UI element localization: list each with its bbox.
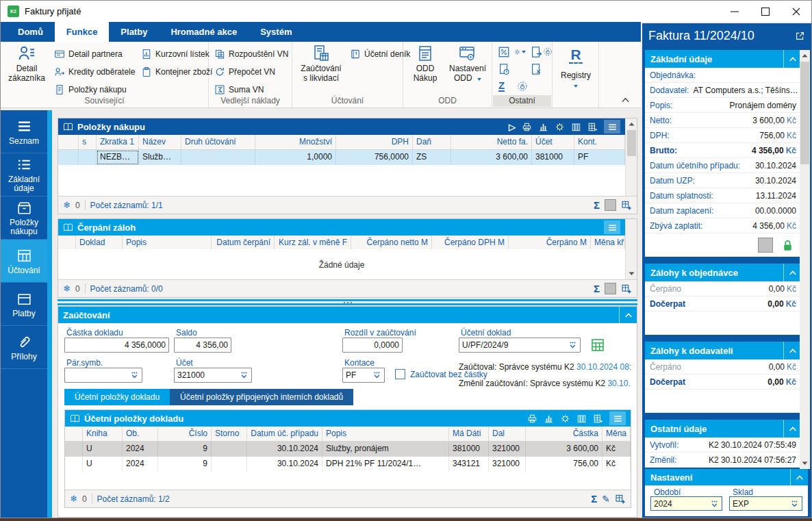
detail-row: Dočerpat0,00Kč [645,374,801,390]
grid-add-icon[interactable] [615,494,626,505]
posted-by-text: Zaúčtoval: Správce systému K2 30.10.2024… [459,362,631,372]
kontace-select[interactable]: PF [342,368,385,383]
detail-scrollbar[interactable] [800,50,810,469]
maximize-button[interactable] [750,1,781,22]
edit-pencil-button[interactable]: ✎ [602,494,610,505]
open-external-icon[interactable] [795,31,805,41]
sidebar-item-uctovani[interactable]: Účtování [1,240,47,283]
sidebar-item-polozky-nakupu[interactable]: Položky nákupu [1,196,47,240]
vertical-scrollbar[interactable] [625,118,637,196]
play-icon[interactable]: ▷ [509,122,516,132]
excel-export-icon[interactable] [587,122,598,132]
detail-row: Dodavatel:AT Computers a.s.; Těšíns… [645,83,801,98]
section-header[interactable]: Základní údaje [645,50,801,68]
columns-icon[interactable] [571,122,581,132]
document-icon [54,84,65,95]
lock-badge-button-2[interactable] [517,80,529,92]
table-menu-button[interactable] [604,220,620,234]
section-header[interactable]: Zálohy k objednávce [645,264,801,281]
polozky-nakupu-button[interactable]: Položky nákupu [54,83,127,97]
section-header[interactable]: Nastavení [645,469,808,485]
doc-forward-button[interactable] [530,46,542,58]
kurzovni-listek-button[interactable]: Kurzovní lístek [141,47,210,61]
rozpousteni-vn-button[interactable]: Rozpouštění VN [214,47,288,61]
sidebar-item-prilohy[interactable]: Přílohy [1,326,47,369]
color-swatch-button[interactable] [605,199,616,211]
collapse-section-button[interactable] [619,307,637,323]
ribbon-collapse-button[interactable] [621,97,630,103]
excel-export-icon[interactable] [593,414,603,424]
odd-nakup-button[interactable]: ODD Nákup [406,45,444,83]
grid-add-icon[interactable] [621,200,632,211]
tab-domu[interactable]: Domů [6,22,55,42]
vertical-scrollbar[interactable] [625,219,637,279]
table-row[interactable]: U 2024 9 30.10.2024 Služby, pronájem 381… [65,442,631,457]
columns-icon[interactable] [576,414,587,424]
tab-funkce[interactable]: Funkce [55,22,110,42]
chart-icon[interactable] [544,414,554,424]
tab-ucetni-polozky-internich[interactable]: Účetní položky připojených interních dok… [170,389,353,405]
sum-button[interactable]: Σ [594,200,600,210]
suma-vn-button[interactable]: Suma VN [214,83,264,97]
detail-partnera-button[interactable]: Detail partnera [54,47,123,61]
zauctovat-bez-castky-checkbox[interactable] [395,369,405,379]
table-menu-button[interactable] [609,411,626,425]
table-row[interactable]: U 2024 9 30.10.2024 DPH 21% PF 11/2024/1… [65,457,631,472]
tab-ucetni-polozky-dokladu[interactable]: Účetní položky dokladu [64,389,170,405]
par-symb-select[interactable] [64,368,142,383]
close-button[interactable] [781,1,811,22]
percent-tool-button[interactable] [498,46,510,58]
kredity-odberatele-button[interactable]: Kredity odběratele [54,65,135,79]
doc-clock-button[interactable] [498,63,510,75]
wheel-icon[interactable] [555,122,565,132]
minimize-button[interactable] [719,1,750,22]
tab-system[interactable]: Systém [249,22,303,42]
sklad-select[interactable]: EXP [729,496,802,511]
sidebar-accent-strip [47,110,52,518]
rozdil-input[interactable]: 0,0000 [342,338,403,353]
registry-button[interactable]: R Registry [554,47,598,90]
dropdown-icon [790,500,799,508]
obdobi-select[interactable]: 2024 [650,496,722,511]
purchase-items-column-headers[interactable]: s Zkratka 1 Název Druh účtování Množství… [58,135,625,150]
print-icon[interactable] [522,122,532,132]
calculator-icon[interactable] [591,338,605,352]
color-swatch-button[interactable] [758,238,773,253]
nastaveni-odd-button[interactable]: Nastavení ODD [446,45,490,83]
entries-column-headers[interactable]: Kniha Ob. Číslo Storno Datum úč. případu… [65,427,631,442]
ucetni-denik-button[interactable]: Účetní deník [350,47,410,61]
gear-tool-button[interactable] [513,46,526,58]
tab-hromadne-akce[interactable]: Hromadné akce [159,22,249,42]
z-tool-button[interactable]: Z [498,79,511,92]
sidebar-item-platby[interactable]: Platby [1,283,47,326]
chart-icon[interactable] [538,122,548,132]
sum-button[interactable]: Σ [594,283,600,294]
app-window: K2 Faktury přijaté Domů Funkce Platby Hr… [0,0,812,518]
advances-column-headers[interactable]: Doklad Popis Datum čerpání Kurz zál. v m… [58,236,625,249]
section-header[interactable]: Zálohy k dodavateli [645,342,801,359]
panel-splitter[interactable] [58,299,637,305]
refresh-icon [214,66,225,77]
sidebar-item-seznam[interactable]: Seznam [1,110,47,153]
zauctovani-s-likvidaci-button[interactable]: Zaúčtování s likvidací [295,45,347,83]
tab-platby[interactable]: Platby [109,22,159,42]
wheel-icon[interactable] [560,414,570,424]
print-icon[interactable] [527,414,537,424]
doc-delete-button[interactable] [530,63,542,75]
sidebar-item-zakladni-udaje[interactable]: Základní údaje [1,153,47,196]
ucetni-doklad-select[interactable]: U/PF/2024/9 [459,338,581,353]
castka-dokladu-input[interactable]: 4 356,0000 [64,338,169,353]
saldo-input[interactable]: 4 356,00 [174,338,231,353]
table-menu-button[interactable] [604,120,620,134]
detail-zakaznika-button[interactable]: Detail zákazníka [5,45,49,83]
grid-add-icon[interactable] [621,283,632,294]
lock-badge-button[interactable] [543,45,553,58]
color-swatch-button[interactable] [605,283,616,294]
section-header[interactable]: Ostatní údaje [645,420,801,437]
ribbon-group-registry: R Registry [553,42,599,107]
ucet-select[interactable]: 321000 [174,368,252,383]
kontejner-zbozi-button[interactable]: Kontejner zboží [141,65,212,79]
table-row[interactable]: NEZB… Služb… 1,0000 756,0000 ZS 3 600,00… [58,150,625,165]
sum-button[interactable]: Σ [591,494,597,504]
prepocet-vn-button[interactable]: Přepočet VN [214,65,275,79]
